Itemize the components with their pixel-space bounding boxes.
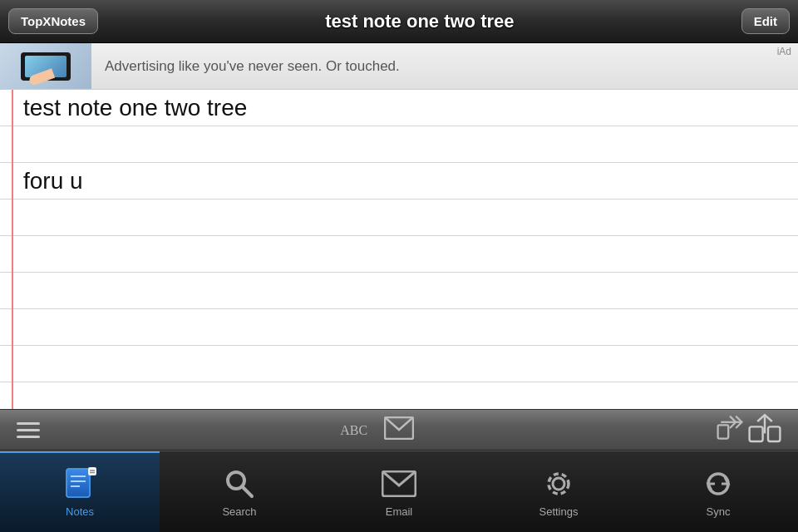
svg-point-19 (553, 478, 564, 490)
toolbar-right (715, 413, 781, 446)
svg-rect-8 (66, 469, 90, 497)
hamburger-line-1 (17, 422, 40, 425)
notes-tab-icon (62, 466, 98, 502)
email-toolbar-icon[interactable] (384, 416, 414, 443)
format-text-label: ABС (340, 423, 367, 437)
format-text-icon[interactable]: ABС (340, 421, 367, 439)
svg-rect-4 (750, 426, 763, 441)
ad-banner[interactable]: Advertising like you've never seen. Or t… (0, 43, 798, 90)
ad-badge: iAd (777, 43, 798, 57)
share-svg (715, 413, 745, 443)
gear-icon-svg (542, 467, 575, 500)
note-body-line: foru u (17, 163, 798, 200)
search-tab-label: Search (222, 505, 256, 518)
tab-bar: Notes Search Email Settings (0, 451, 798, 532)
tab-notes[interactable]: Notes (0, 451, 160, 532)
note-title-line: test note one two tree (17, 90, 798, 126)
search-tab-icon (221, 466, 258, 502)
tab-sync[interactable]: Sync (638, 451, 798, 532)
app-name-button[interactable]: TopXNotes (8, 8, 98, 34)
hamburger-line-3 (17, 436, 40, 438)
notes-tab-label: Notes (66, 505, 94, 518)
edit-button[interactable]: Edit (741, 8, 790, 34)
page-title: test note one two tree (98, 11, 741, 32)
note-margin-line (12, 90, 13, 409)
settings-tab-icon (540, 466, 577, 502)
share-arrow-svg (748, 413, 781, 443)
toolbar: ABС (0, 409, 798, 451)
note-area[interactable]: test note one two tree foru u (0, 90, 798, 409)
tab-search[interactable]: Search (160, 451, 319, 532)
tab-email[interactable]: Email (319, 451, 479, 532)
svg-rect-6 (768, 426, 780, 441)
share-icon[interactable] (715, 413, 781, 446)
header: TopXNotes test note one two tree Edit (0, 0, 798, 43)
ad-tablet-image (21, 52, 71, 81)
ad-image (0, 43, 91, 90)
hamburger-line-2 (17, 429, 40, 431)
sync-tab-icon (700, 466, 736, 502)
svg-rect-1 (717, 425, 728, 438)
notes-icon-svg (63, 467, 96, 500)
search-icon-svg (223, 467, 256, 500)
svg-rect-13 (89, 468, 96, 475)
svg-line-17 (242, 486, 252, 496)
email-tab-icon (381, 466, 417, 502)
email-tab-label: Email (386, 505, 413, 518)
note-content: test note one two tree foru u (17, 90, 798, 200)
sync-icon-svg (702, 467, 735, 500)
settings-tab-label: Settings (539, 505, 579, 518)
ad-text: Advertising like you've never seen. Or t… (91, 58, 777, 75)
envelope-small-svg (384, 416, 414, 440)
menu-icon[interactable] (17, 422, 40, 438)
toolbar-left (17, 422, 40, 438)
tab-settings[interactable]: Settings (479, 451, 638, 532)
ad-hand-image (28, 68, 55, 86)
toolbar-center: ABС (340, 416, 414, 443)
email-icon-svg (382, 470, 416, 497)
sync-tab-label: Sync (707, 505, 731, 518)
